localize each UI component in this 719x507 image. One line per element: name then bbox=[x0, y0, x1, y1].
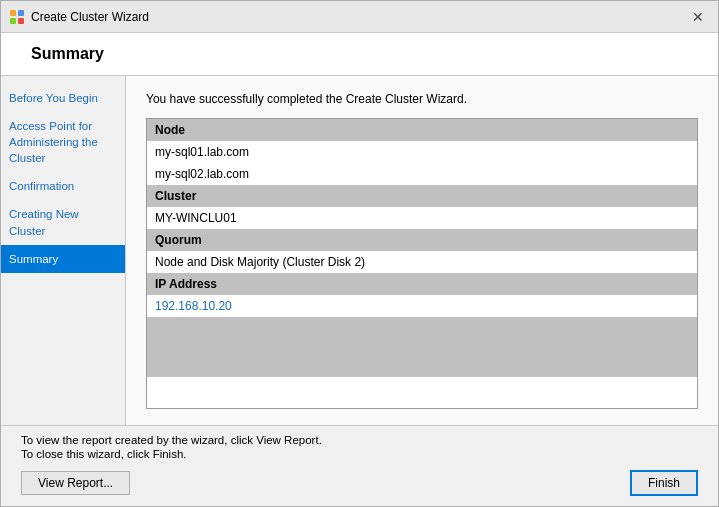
section-header-quorum: Quorum bbox=[147, 229, 697, 251]
footer-buttons-row: View Report... Finish bbox=[1, 462, 718, 506]
page-title: Summary bbox=[31, 45, 104, 63]
title-bar: Create Cluster Wizard ✕ bbox=[1, 1, 718, 33]
create-cluster-wizard: Create Cluster Wizard ✕ Summary Before Y… bbox=[0, 0, 719, 507]
sidebar-item-creating-new-cluster[interactable]: Creating New Cluster bbox=[1, 200, 125, 244]
ip-row-1: 192.168.10.20 bbox=[147, 295, 697, 317]
sidebar: Before You BeginAccess Point for Adminis… bbox=[1, 76, 126, 425]
close-button[interactable]: ✕ bbox=[686, 8, 710, 26]
sidebar-item-confirmation[interactable]: Confirmation bbox=[1, 172, 125, 200]
sidebar-item-access-point[interactable]: Access Point for Administering the Clust… bbox=[1, 112, 125, 172]
success-message: You have successfully completed the Crea… bbox=[146, 92, 698, 106]
node-row-1: my-sql01.lab.com bbox=[147, 141, 697, 163]
section-header-cluster: Cluster bbox=[147, 185, 697, 207]
content-area: Before You BeginAccess Point for Adminis… bbox=[1, 76, 718, 425]
node-row-2: my-sql02.lab.com bbox=[147, 163, 697, 185]
title-bar-left: Create Cluster Wizard bbox=[9, 9, 149, 25]
main-content: You have successfully completed the Crea… bbox=[126, 76, 718, 425]
svg-rect-3 bbox=[18, 18, 24, 24]
section-header-ip: IP Address bbox=[147, 273, 697, 295]
cluster-icon bbox=[9, 9, 25, 25]
footer-area: To view the report created by the wizard… bbox=[1, 425, 718, 462]
page-header: Summary bbox=[1, 33, 718, 76]
svg-rect-2 bbox=[10, 18, 16, 24]
summary-gray-block bbox=[147, 317, 697, 377]
sidebar-item-before-you-begin[interactable]: Before You Begin bbox=[1, 84, 125, 112]
svg-rect-1 bbox=[18, 10, 24, 16]
footer-line-1: To view the report created by the wizard… bbox=[21, 434, 698, 446]
view-report-button[interactable]: View Report... bbox=[21, 471, 130, 495]
window-title: Create Cluster Wizard bbox=[31, 10, 149, 24]
footer-line-2: To close this wizard, click Finish. bbox=[21, 448, 698, 460]
cluster-row-1: MY-WINCLU01 bbox=[147, 207, 697, 229]
sidebar-item-summary[interactable]: Summary bbox=[1, 245, 125, 273]
finish-button[interactable]: Finish bbox=[630, 470, 698, 496]
svg-rect-0 bbox=[10, 10, 16, 16]
quorum-row-1: Node and Disk Majority (Cluster Disk 2) bbox=[147, 251, 697, 273]
section-header-node: Node bbox=[147, 119, 697, 141]
summary-table: Node my-sql01.lab.com my-sql02.lab.com C… bbox=[146, 118, 698, 409]
